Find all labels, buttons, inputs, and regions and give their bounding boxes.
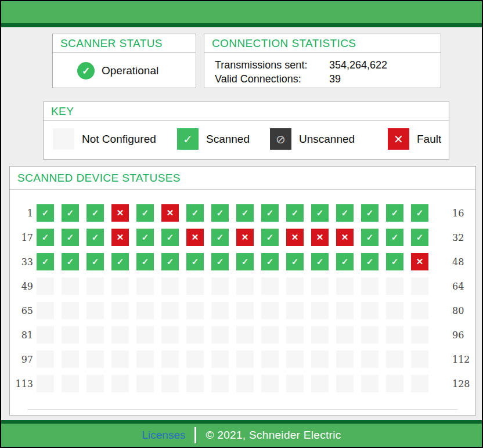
device-status-scanned: ✓ [311,204,329,222]
device-status-scanned: ✓ [386,204,403,222]
device-row: 6580 [10,302,475,319]
device-status-scanned: ✓ [261,204,279,222]
device-status-not-configured [386,326,403,344]
device-status-not-configured [86,302,104,319]
device-status-not-configured [111,277,129,295]
header-bar [1,1,482,23]
header-accent-stripe [1,23,482,27]
key-item-label: Scanned [206,133,250,146]
device-status-scanned: ✓ [186,204,204,222]
device-status-scanned: ✓ [361,253,379,270]
device-status-not-configured [261,375,279,392]
footer-bar: Licenses © 2021, Schneider Electric [1,424,482,447]
device-status-not-configured [311,326,329,344]
row-start-label: 81 [10,330,33,341]
device-status-scanned: ✓ [311,253,329,270]
device-status-not-configured [336,351,354,368]
device-status-not-configured [211,351,229,368]
device-status-not-configured [261,351,279,368]
scanned-icon: ✓ [177,128,199,150]
row-start-label: 33 [10,256,33,268]
device-status-scanned: ✓ [361,229,379,246]
device-status-fault: ✕ [111,229,129,246]
device-status-not-configured [186,326,204,344]
device-row: 97112 [10,351,475,368]
device-status-not-configured [361,351,379,368]
key-item-label: Not Configured [82,133,156,146]
device-status-fault: ✕ [161,204,179,222]
row-end-label: 48 [452,256,464,268]
device-status-scanned: ✓ [336,204,354,222]
device-status-not-configured [161,277,179,295]
device-row: 4964 [10,277,475,295]
scanner-diagnostics-page: SCANNER STATUS ✓ Operational CONNECTION … [0,0,483,448]
device-status-fault: ✕ [236,229,254,246]
row-start-label: 97 [10,354,33,365]
device-status-scanned: ✓ [411,204,428,222]
device-row: 113128 [10,375,475,392]
device-row: 33✓✓✓✓✓✓✓✓✓✓✓✓✓✓✓✕48 [10,253,475,270]
device-status-not-configured [236,277,254,295]
device-status-not-configured [161,326,179,344]
device-row: 17✓✓✓✕✓✓✕✓✕✓✕✕✕✓✓✓32 [10,229,475,246]
device-status-scanned: ✓ [37,204,54,222]
device-status-not-configured [411,351,428,368]
connection-statistics-panel: CONNECTION STATISTICS Transmissions sent… [204,34,441,88]
device-status-not-configured [37,302,54,319]
device-status-not-configured [211,375,229,392]
device-status-scanned: ✓ [62,253,79,270]
device-status-not-configured [236,351,254,368]
device-status-not-configured [286,302,304,319]
device-status-not-configured [111,326,129,344]
device-status-scanned: ✓ [211,204,229,222]
device-status-scanned: ✓ [136,204,154,222]
scanned-device-statuses-panel: SCANNED DEVICE STATUSES 1✓✓✓✕✓✕✓✓✓✓✓✓✓✓✓… [9,166,476,416]
row-start-label: 49 [10,281,33,292]
valid-connections-label: Valid Connections: [215,72,326,86]
device-status-scanned: ✓ [411,229,428,246]
device-status-not-configured [86,351,104,368]
device-status-not-configured [111,375,129,392]
not-configured-icon [53,128,74,150]
device-status-scanned: ✓ [261,229,279,246]
transmissions-sent-row: Transmissions sent: 354,264,622 [215,58,441,72]
device-status-not-configured [186,375,204,392]
device-status-not-configured [411,277,428,295]
key-item-label: Unscanned [299,133,355,146]
device-status-scanned: ✓ [62,229,79,246]
device-status-not-configured [136,351,154,368]
device-status-not-configured [411,302,428,319]
device-status-scanned: ✓ [86,253,104,270]
device-status-not-configured [286,326,304,344]
device-status-scanned: ✓ [211,253,229,270]
device-status-not-configured [336,375,354,392]
device-status-not-configured [311,277,329,295]
device-status-scanned: ✓ [261,253,279,270]
key-item-not-configured: Not Configured [53,128,156,150]
grid-bottom-divider [27,409,458,410]
device-status-scanned: ✓ [161,229,179,246]
footer-divider [194,427,196,443]
scanner-status-title: SCANNER STATUS [53,34,196,53]
device-status-not-configured [161,302,179,319]
device-status-scanned: ✓ [86,204,104,222]
device-status-not-configured [111,302,129,319]
device-status-scanned: ✓ [37,229,54,246]
row-start-label: 113 [10,378,33,389]
device-status-scanned: ✓ [186,253,204,270]
device-status-not-configured [186,302,204,319]
device-status-not-configured [386,375,403,392]
device-status-not-configured [361,326,379,344]
valid-connections-value: 39 [329,73,341,85]
device-status-not-configured [37,351,54,368]
device-status-not-configured [236,326,254,344]
licenses-link[interactable]: Licenses [142,429,185,442]
device-status-scanned: ✓ [136,253,154,270]
row-end-label: 96 [452,330,464,341]
device-status-not-configured [286,277,304,295]
row-end-label: 64 [452,281,464,292]
device-status-scanned: ✓ [386,229,403,246]
device-status-scanned: ✓ [286,204,304,222]
device-status-fault: ✕ [111,204,129,222]
key-item-label: Fault [417,133,441,146]
